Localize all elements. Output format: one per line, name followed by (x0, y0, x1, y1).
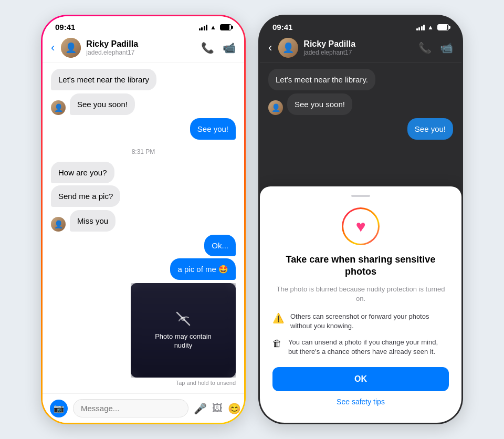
tap-unsend-hint: Tap and hold to unsend (176, 380, 236, 386)
battery-icon-right (437, 24, 449, 30)
msg-bubble-1: Let's meet near the library (51, 69, 156, 90)
svg-line-0 (177, 312, 190, 325)
wifi-icon-right: ▲ (427, 24, 434, 31)
sticker-icon[interactable]: 😊 (228, 402, 241, 415)
modal-subtitle: The photo is blurred because nudity prot… (272, 285, 449, 304)
time-label-1: 8:31 PM (51, 148, 236, 155)
photo-icon[interactable]: 🖼 (212, 402, 223, 414)
chat-header-right: ‹ 👤 Ricky Padilla jaded.elephant17 📞 📹 (260, 34, 461, 62)
heart-icon-wrap: ♥ (342, 207, 380, 245)
p2-bubble-group-sent: See you! (268, 118, 453, 140)
signal-bar-r1 (416, 28, 418, 30)
signal-bar-2 (201, 27, 203, 30)
p2-msg-1: Let's meet near the library. (268, 69, 375, 90)
status-time-left: 09:41 (55, 23, 75, 32)
p2-msg-3: See you! (407, 118, 453, 140)
signal-bars-right (416, 24, 425, 30)
warning-text-1: Others can screenshot or forward your ph… (290, 312, 449, 331)
signal-bar-r4 (423, 25, 425, 30)
nudity-text: Photo may containnudity (155, 332, 212, 350)
phone-left: 09:41 ▲ ‹ (41, 15, 246, 424)
signal-bar-r2 (418, 27, 420, 30)
mic-icon[interactable]: 🎤 (194, 402, 207, 415)
contact-name-left: Ricky Padilla (86, 39, 196, 49)
blur-overlay (131, 283, 236, 378)
message-input[interactable] (73, 399, 188, 417)
phone-right: 09:41 ▲ ‹ (258, 15, 463, 424)
contact-info-left: Ricky Padilla jaded.elephant17 (86, 39, 196, 56)
p2-bubble-group-1: Let's meet near the library. (268, 69, 453, 90)
wifi-icon-left: ▲ (210, 24, 216, 31)
p2-msg-row-2: 👤 See you soon! (268, 93, 453, 115)
avatar-left: 👤 (61, 38, 81, 58)
video-icon-right[interactable]: 📹 (440, 41, 453, 54)
header-actions-right: 📞 📹 (418, 41, 453, 54)
warning-icon-2: 🗑 (272, 338, 282, 349)
back-button-left[interactable]: ‹ (51, 41, 55, 55)
modal-warnings: ⚠️ Others can screenshot or forward your… (272, 312, 449, 357)
camera-icon: 📷 (54, 403, 64, 413)
blurred-photo[interactable]: Photo may containnudity (131, 283, 236, 378)
call-icon-right[interactable]: 📞 (418, 41, 432, 54)
warning-icon-1: ⚠️ (272, 312, 284, 324)
warning-text-2: You can unsend a photo if you change you… (288, 338, 449, 357)
msg-bubble-8: a pic of me 🤩 (170, 258, 236, 280)
status-bar-left: 09:41 ▲ (43, 16, 244, 34)
bubble-group-1: Let's meet near the library (51, 69, 236, 90)
bubble-group-sent-2: Ok... a pic of me 🤩 (51, 235, 236, 280)
eye-slash-icon (175, 310, 192, 327)
battery-icon-left (220, 24, 232, 30)
ok-button[interactable]: OK (272, 367, 449, 391)
msg-row-miss-you: 👤 Miss you (51, 210, 236, 232)
avatar-right: 👤 (278, 38, 298, 58)
heart-icon: ♥ (356, 217, 366, 236)
msg-row-see-you-soon: 👤 See you soon! (51, 93, 236, 115)
contact-name-right: Ricky Padilla (303, 39, 413, 49)
sheet-handle (351, 195, 370, 197)
call-icon-left[interactable]: 📞 (201, 41, 214, 54)
contact-username-right: jaded.elephant17 (303, 49, 413, 56)
status-bar-right: 09:41 ▲ (260, 16, 461, 34)
input-bar-left: 📷 🎤 🖼 😊 (43, 393, 244, 423)
header-actions-left: 📞 📹 (201, 41, 236, 54)
signal-bar-r3 (421, 26, 423, 30)
avatar-img-left: 👤 (61, 38, 81, 58)
bubble-group-sent-1: See you! (51, 118, 236, 140)
signal-bar-4 (206, 25, 207, 30)
msg-bubble-6: Miss you (70, 210, 116, 232)
back-button-right[interactable]: ‹ (268, 41, 272, 55)
msg-bubble-7: Ok... (204, 235, 236, 256)
msg-bubble-2: See you soon! (70, 93, 135, 115)
msg-bubble-3: See you! (190, 118, 236, 140)
msg-bubble-5: Send me a pic? (51, 185, 120, 207)
contact-info-right: Ricky Padilla jaded.elephant17 (303, 39, 413, 56)
input-actions: 🎤 🖼 😊 (194, 402, 241, 415)
bubble-group-2: How are you? Send me a pic? (51, 162, 236, 207)
status-icons-right: ▲ (416, 24, 449, 31)
msg-avatar-1: 👤 (51, 100, 66, 115)
p2-msg-2: See you soon! (287, 93, 352, 115)
messages-area-left[interactable]: Let's meet near the library 👤 See you so… (43, 62, 244, 423)
contact-username-left: jaded.elephant17 (86, 49, 196, 56)
safety-tips-link[interactable]: See safety tips (337, 398, 385, 406)
p2-msg-avatar: 👤 (268, 100, 283, 115)
avatar-img-right: 👤 (278, 38, 298, 58)
signal-bars-left (199, 24, 208, 30)
blurred-photo-wrap[interactable]: Photo may containnudity Tap and hold to … (51, 283, 236, 386)
camera-button[interactable]: 📷 (50, 400, 68, 417)
chat-header-left: ‹ 👤 Ricky Padilla jaded.elephant17 📞 📹 (43, 34, 244, 62)
msg-bubble-4: How are you? (51, 162, 114, 183)
warning-row-2: 🗑 You can unsend a photo if you change y… (272, 338, 449, 357)
signal-bar-1 (199, 28, 201, 30)
status-time-right: 09:41 (272, 23, 292, 32)
status-icons-left: ▲ (199, 24, 232, 31)
signal-bar-3 (204, 26, 205, 30)
msg-avatar-2: 👤 (51, 217, 66, 232)
video-icon-left[interactable]: 📹 (223, 41, 236, 54)
modal-sheet: ♥ Take care when sharing sensitive photo… (260, 186, 461, 423)
modal-title: Take care when sharing sensitive photos (272, 254, 449, 278)
warning-row-1: ⚠️ Others can screenshot or forward your… (272, 312, 449, 331)
